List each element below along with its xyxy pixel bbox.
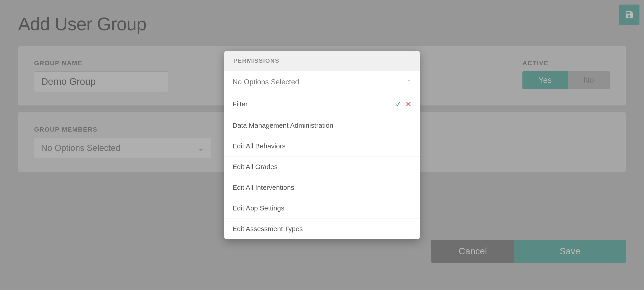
modal-overlay: PERMISSIONS No Options Selected ⌃ Filter…	[0, 0, 644, 290]
filter-clear-icon[interactable]: ✕	[405, 100, 412, 109]
permissions-title: PERMISSIONS	[234, 57, 280, 64]
list-item[interactable]: Edit Assessment Types	[224, 219, 420, 239]
filter-label: Filter	[232, 100, 248, 108]
list-item[interactable]: Edit All Grades	[224, 156, 420, 177]
permissions-dropdown: No Options Selected ⌃ Filter ✓ ✕ Data Ma…	[224, 71, 420, 239]
dropdown-header[interactable]: No Options Selected ⌃	[224, 71, 420, 93]
chevron-up-icon: ⌃	[406, 78, 412, 86]
filter-actions: ✓ ✕	[395, 100, 412, 109]
list-item[interactable]: Edit All Interventions	[224, 177, 420, 198]
permissions-header: PERMISSIONS	[224, 51, 420, 71]
list-item[interactable]: Data Management Administration	[224, 115, 420, 136]
permissions-modal: PERMISSIONS No Options Selected ⌃ Filter…	[224, 51, 420, 239]
list-item[interactable]: Edit App Settings	[224, 198, 420, 219]
filter-row: Filter ✓ ✕	[224, 93, 420, 115]
filter-confirm-icon[interactable]: ✓	[395, 100, 402, 109]
list-item[interactable]: Edit All Behaviors	[224, 136, 420, 156]
dropdown-selected-text: No Options Selected	[232, 78, 299, 86]
